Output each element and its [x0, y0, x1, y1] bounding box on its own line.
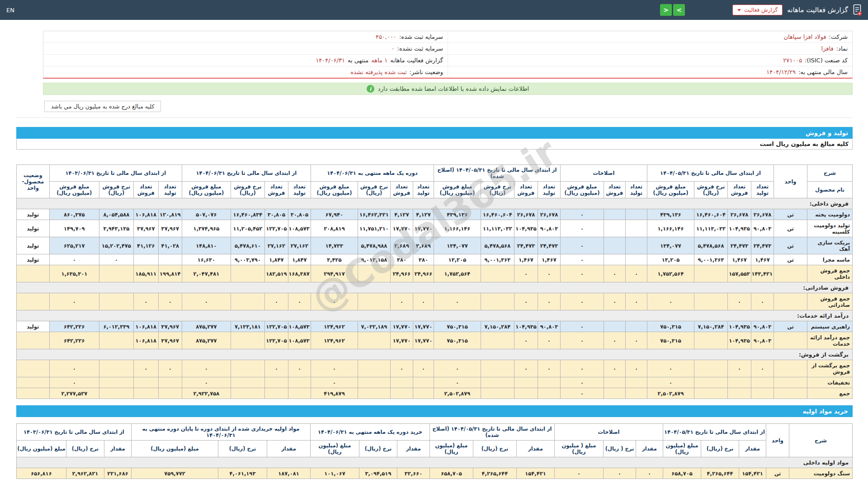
cell	[99, 293, 133, 310]
signed-info-banner: اطلاعات نمایش داده شده با اطلاعات امضا ش…	[43, 83, 853, 95]
cell	[728, 377, 751, 388]
isic-code-field: کد صنعت (ISIC): ۲۷۱۰۰۵	[448, 55, 852, 66]
column-header: نرخ (ریال)	[359, 441, 397, 457]
monthly-report-icon[interactable]	[853, 4, 862, 16]
cell: ۱,۴۶۷	[751, 254, 774, 265]
cell: ۰	[647, 377, 694, 388]
cell	[264, 388, 288, 399]
cell: ۱۴۳,۴۲۱	[751, 265, 774, 282]
cell: ۱۰۴,۹۳۵	[514, 321, 538, 332]
cell: ۰	[49, 293, 99, 310]
cell: ۵,۴۷۸,۶۱۰	[231, 237, 264, 254]
cell: ۱,۴۶۷	[538, 254, 560, 265]
column-header: مبلغ فروش (میلیون ریال)	[647, 182, 694, 198]
cell: ۰	[560, 377, 604, 388]
col-product-name: نام محصول	[807, 182, 853, 198]
cell: ۱۶,۴۶۰,۶۰۴	[694, 209, 728, 220]
cell: ۸۶۰,۳۷۵	[49, 209, 99, 220]
cell: ۱۲۴,۹۶۲	[311, 332, 358, 349]
cell: ۳۰,۸۰۵	[264, 209, 288, 220]
field-value: ثبت شده پذیرفته نشده	[350, 69, 406, 75]
cell: ۱۰۴,۹۳۵	[728, 332, 751, 349]
cell	[514, 377, 538, 388]
cell: ۲۴,۹۶۶	[390, 265, 413, 282]
cell: ۰	[625, 332, 647, 349]
next-report-button[interactable]: >	[673, 4, 685, 16]
language-en-link[interactable]: EN	[6, 7, 14, 14]
cell: ۰	[311, 293, 358, 310]
cell: ۱۷,۷۷۰	[413, 220, 434, 237]
column-header: مبلغ فروش (میلیون ریال)	[182, 182, 231, 198]
field-label: سرمایه ثبت نشده:	[397, 45, 443, 52]
unit-cell	[774, 377, 807, 388]
column-header: مبلغ ( میلیون ریال)	[554, 441, 603, 457]
cell	[231, 293, 264, 310]
cell	[694, 360, 728, 377]
report-type-dropdown[interactable]: گزارش فعالیت	[732, 5, 783, 15]
cell	[231, 265, 264, 282]
cell	[625, 388, 647, 399]
cell	[288, 377, 311, 388]
cell	[481, 388, 514, 399]
product-name-cell: سنگ دولومیت	[789, 468, 853, 479]
cell: ۰	[560, 209, 604, 220]
cell	[99, 388, 133, 399]
cell	[625, 237, 647, 254]
status-cell: تولید	[16, 321, 49, 332]
column-header: نرخ فروش (ریال)	[358, 182, 390, 198]
cell	[481, 265, 514, 282]
col-group-desc: شرح	[807, 165, 853, 182]
column-header: مبلغ (میلیون ریال)	[429, 441, 473, 457]
cell: ۷,۱۵۰,۲۸۴	[694, 321, 728, 332]
cell: ۱,۷۵۲,۵۶۴	[434, 265, 481, 282]
col-group: از ابتدای سال مالی تا تاریخ ۱۴۰۳/۰۶/۳۱	[49, 165, 182, 182]
cell: ۱۲۲,۷۰۵	[264, 321, 288, 332]
col-group: از ابتدای سال مالی تا تاریخ ۱۴۰۴/۰۵/۳۱ (…	[434, 165, 560, 182]
cell: ۳۲,۶۶۰	[397, 468, 429, 479]
info-row: سال مالی منتهی به: ۱۴۰۴/۱۲/۲۹ وضعیت ناشر…	[43, 66, 852, 78]
product-name-cell: بریکت سازی آهک	[807, 237, 853, 254]
cell: ۶۵۶,۸۱۶	[16, 468, 66, 479]
cell	[625, 220, 647, 237]
prev-report-button[interactable]: <	[660, 4, 672, 16]
cell: ۲۶,۶۷۸	[728, 209, 751, 220]
cell	[604, 209, 625, 220]
cell	[358, 360, 390, 377]
cell	[481, 360, 514, 377]
cell: ۰	[390, 360, 413, 377]
cell: ۰	[603, 468, 636, 479]
field-label: کد صنعت (ISIC):	[805, 57, 848, 64]
cell: ۲۴,۴۷۳	[538, 237, 560, 254]
cell: ۰	[182, 377, 231, 388]
cell: ۵۰۷,۰۷۶	[182, 209, 231, 220]
cell: ۰	[625, 293, 647, 310]
cell: ۰	[514, 293, 538, 310]
production-sales-table: شرحواحداز ابتدای سال مالی تا تاریخ ۱۴۰۴/…	[16, 164, 853, 399]
cell: ۱۲۴,۹۶۲	[311, 321, 358, 332]
cell: ۴۱۹,۸۷۹	[311, 388, 358, 399]
cell: ۰	[49, 360, 99, 377]
unit-cell	[774, 388, 807, 399]
cell: ۰	[560, 237, 604, 254]
cell: ۰	[636, 468, 663, 479]
field-label: سرمایه ثبت شده:	[399, 33, 443, 40]
cell: ۱,۴۶۷	[514, 254, 538, 265]
cell	[390, 388, 413, 399]
cell: ۴۱,۰۲۸	[158, 237, 182, 254]
section-label: درآمد ارائه خدمات:	[16, 310, 852, 321]
signed-info-text: اطلاعات نمایش داده شده با اطلاعات امضا ش…	[378, 85, 529, 92]
col-unit: واحد	[774, 165, 807, 198]
cell: ۲,۹۶۲,۸۲۱	[66, 468, 104, 479]
sum-row: جمع فروش داخلی۱۴۳,۴۲۱۱۵۷,۵۵۳۱,۷۵۲,۵۶۴۰۰۰…	[16, 265, 852, 282]
cell: ۱۸۷,۰۸۱	[267, 468, 310, 479]
cell: ۶۴۲,۲۲۶	[49, 321, 99, 332]
cell: ۰	[560, 332, 604, 349]
cell: ۱۱,۷۵۱,۲۱۰	[358, 220, 390, 237]
subheader-row: مقدارنرخ (ریال)مبلغ (میلیون ریال)مقدارنر…	[16, 441, 852, 457]
cell: ۳۷,۹۶۷	[158, 332, 182, 349]
unit-cell: تن	[766, 468, 789, 479]
cell: ۰	[647, 293, 694, 310]
cell: ۰	[311, 377, 358, 388]
unit-cell	[774, 332, 807, 349]
cell: ۹,۰۰۱,۳۶۳	[481, 254, 514, 265]
